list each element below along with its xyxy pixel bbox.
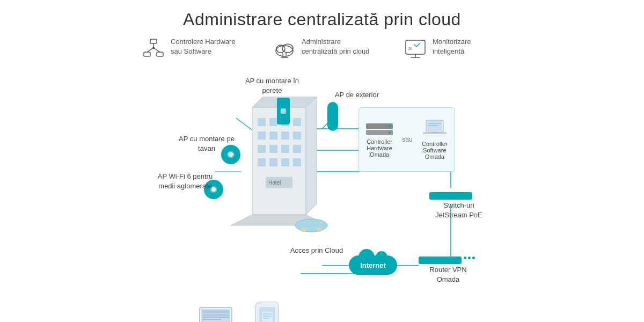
switch-device	[429, 192, 472, 200]
svg-point-57	[389, 131, 391, 134]
svg-line-4	[147, 48, 153, 52]
svg-rect-42	[293, 158, 301, 166]
svg-rect-66	[202, 310, 229, 313]
router-label: Router VPN Omada	[419, 265, 478, 284]
ap-ceiling-label: AP cu montare pe tavan	[177, 134, 236, 153]
controller-sw-label: Controller Software Omada	[419, 141, 450, 160]
svg-rect-35	[258, 145, 266, 153]
svg-rect-63	[431, 132, 438, 133]
svg-rect-27	[258, 118, 266, 126]
svg-rect-41	[281, 158, 289, 166]
browser-device	[194, 305, 243, 322]
router-dots	[464, 257, 475, 259]
svg-rect-37	[281, 145, 289, 153]
svg-rect-68	[202, 317, 229, 318]
svg-rect-0	[150, 39, 157, 43]
svg-rect-31	[258, 131, 266, 140]
network-icon	[142, 37, 165, 61]
svg-rect-33	[281, 131, 289, 140]
svg-rect-72	[262, 312, 273, 322]
svg-rect-2	[157, 52, 163, 56]
svg-rect-69	[202, 319, 221, 320]
ap-outdoor-label: AP de exterior	[333, 90, 381, 100]
ap-wall-device	[277, 98, 290, 125]
internet-cloud: Internet	[349, 255, 397, 275]
ap-outdoor-device	[327, 102, 338, 131]
svg-rect-28	[269, 118, 277, 126]
svg-rect-1	[144, 52, 150, 56]
or-text: sau	[402, 136, 412, 143]
feature-cloud-text: Administrare centralizată prin cloud	[302, 37, 371, 56]
svg-rect-38	[293, 145, 301, 153]
main-diagram: Hotel AP cu montare pe tavan AP cu monta…	[0, 64, 644, 322]
hardware-controller-icon	[366, 121, 393, 136]
feature-monitoring: AI Monitorizare inteligentă	[404, 37, 502, 61]
software-controller-icon	[423, 119, 447, 138]
svg-point-48	[317, 228, 321, 232]
svg-point-6	[152, 47, 155, 49]
feature-cloud-mgmt: Administrare centralizată prin cloud	[273, 37, 371, 61]
svg-point-47	[301, 228, 305, 232]
svg-rect-51	[281, 108, 286, 114]
cloud-access-label: Acces prin Cloud	[284, 246, 349, 255]
controller-hw-label: Controller Hardware Omada	[363, 138, 396, 158]
svg-point-46	[295, 219, 327, 232]
internet-label: Internet	[360, 261, 386, 269]
page-title: Administrare centralizată prin cloud	[0, 0, 644, 30]
svg-rect-39	[258, 158, 266, 166]
switch-label: Switch-uri JetStream PoE	[429, 201, 488, 220]
app-device	[255, 302, 279, 322]
cloud-icon	[273, 37, 296, 61]
svg-line-5	[153, 48, 160, 52]
svg-marker-26	[306, 97, 317, 215]
ap-wifi6-label: AP Wi-Fi 6 pentru medii aglomerate	[156, 172, 215, 191]
feature-controllers: Controlere Hardware sau Software	[142, 37, 240, 61]
feature-controllers-text: Controlere Hardware sau Software	[171, 37, 240, 56]
svg-text:AI: AI	[408, 46, 413, 51]
svg-rect-36	[269, 145, 277, 153]
router-device	[419, 257, 462, 264]
svg-text:Hotel: Hotel	[268, 180, 281, 186]
svg-rect-32	[269, 131, 277, 140]
svg-rect-40	[269, 158, 277, 166]
monitor-icon: AI	[404, 37, 427, 61]
features-row: Controlere Hardware sau Software Adminis…	[0, 37, 644, 61]
svg-rect-59	[427, 121, 442, 131]
controller-box: Controller Hardware Omada sau Controller…	[358, 107, 455, 172]
svg-rect-34	[293, 131, 301, 140]
svg-point-56	[389, 125, 391, 127]
svg-rect-30	[293, 118, 301, 126]
browser-laptop-icon	[197, 306, 240, 323]
ap-wall-label: AP cu montare în perete	[243, 76, 302, 96]
svg-rect-67	[202, 314, 229, 316]
feature-monitoring-text: Monitorizare inteligentă	[433, 37, 502, 56]
